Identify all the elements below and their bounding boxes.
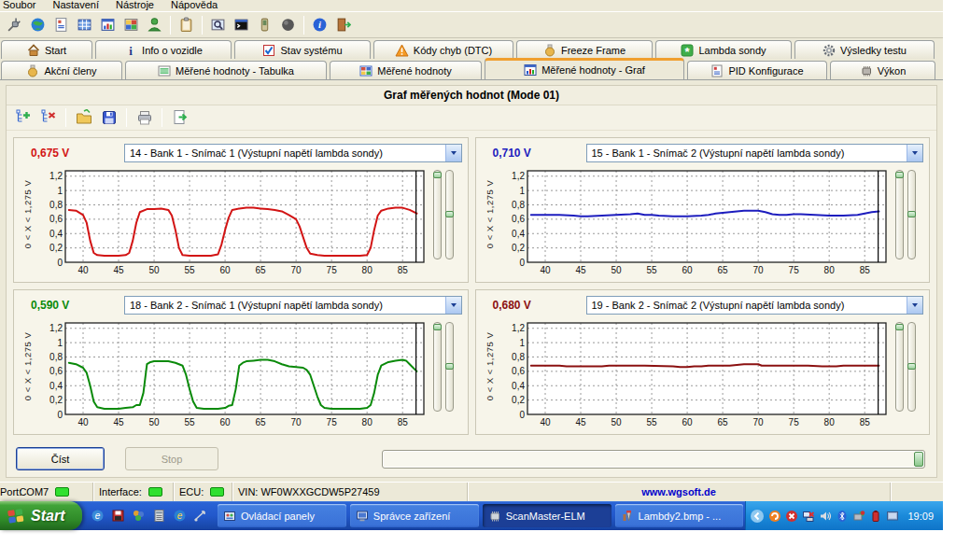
tab-info-o-vozidle[interactable]: iInfo o vozidle xyxy=(95,40,232,59)
slider-handle[interactable] xyxy=(907,363,916,370)
menu-soubor[interactable]: Soubor xyxy=(0,0,44,11)
driver-person-icon[interactable] xyxy=(143,14,166,36)
terminal-console-icon[interactable] xyxy=(230,14,253,36)
slider-handle[interactable] xyxy=(433,172,442,178)
menu-nastaveni[interactable]: Nastavení xyxy=(44,0,107,11)
ie-icon[interactable]: e xyxy=(173,509,187,523)
export-document-icon[interactable] xyxy=(168,107,191,129)
offset-slider[interactable] xyxy=(445,322,454,412)
tab-akcni-cleny[interactable]: Akční členy xyxy=(1,61,122,79)
lambda-plot[interactable]: 4045505560657075808500,20,40,60,811,2 xyxy=(496,166,892,276)
menu-nastroje[interactable]: Nástroje xyxy=(107,0,162,11)
info-about-icon[interactable]: i xyxy=(308,14,331,36)
task-ovladaci-panely[interactable]: Ovládací panely xyxy=(218,504,346,527)
values-grid-icon[interactable] xyxy=(73,14,96,36)
taskbar-clock[interactable]: 19:09 xyxy=(907,511,934,522)
safely-remove-icon[interactable] xyxy=(852,510,865,523)
chevron-down-icon[interactable] xyxy=(907,297,922,314)
pid-selector[interactable]: 18 - Bank 2 - Snímač 1 (Výstupní napětí … xyxy=(124,296,462,315)
timeline-handle[interactable] xyxy=(914,452,923,467)
handheld-device-icon[interactable] xyxy=(253,14,276,36)
start-button[interactable]: Start xyxy=(0,501,82,530)
screen-search-icon[interactable] xyxy=(206,14,230,36)
task-scanmaster-elm[interactable]: ScanMaster-ELM xyxy=(483,504,612,527)
chevron-down-icon[interactable] xyxy=(445,297,461,314)
display-icon[interactable] xyxy=(886,510,899,523)
tab-start[interactable]: Start xyxy=(1,40,92,59)
lambda-plot[interactable]: 4045505560657075808500,20,40,60,811,2 xyxy=(34,166,429,276)
tab-vysledky-testu[interactable]: Výsledky testu xyxy=(794,40,935,59)
ie-icon[interactable]: e xyxy=(91,509,105,523)
lambda-plot[interactable]: 4045505560657075808500,20,40,60,811,2 xyxy=(34,318,429,428)
slider-handle[interactable] xyxy=(895,324,904,330)
slider-handle[interactable] xyxy=(445,211,454,217)
task-spravce-zarizeni[interactable]: Správce zařízení xyxy=(350,504,479,527)
read-button[interactable]: Číst xyxy=(16,447,105,470)
offline-x-icon[interactable] xyxy=(785,510,798,523)
media-icon[interactable] xyxy=(132,509,146,523)
svg-text:55: 55 xyxy=(646,265,657,275)
scale-slider[interactable] xyxy=(433,322,442,412)
add-series-icon[interactable] xyxy=(11,107,35,129)
scale-slider[interactable] xyxy=(433,170,442,259)
remove-series-icon[interactable] xyxy=(36,107,60,129)
offset-slider[interactable] xyxy=(907,170,916,259)
chevron-down-icon[interactable] xyxy=(445,145,461,161)
tab-lambda-sondy[interactable]: *Lambda sondy xyxy=(655,40,792,59)
save-diskette-icon[interactable] xyxy=(97,107,120,129)
network-disconnected-icon[interactable] xyxy=(802,510,815,523)
lambda-plot[interactable]: 4045505560657075808500,20,40,60,811,2 xyxy=(496,318,892,428)
scale-slider[interactable] xyxy=(895,322,904,412)
tab-kody-chyb[interactable]: Kódy chyb (DTC) xyxy=(373,40,513,59)
timeline-slider[interactable] xyxy=(382,450,925,469)
tab-stav-systemu[interactable]: Stav systému xyxy=(234,40,371,59)
tab-merene-hodnoty-tabulka[interactable]: Měřené hodnoty - Tabulka xyxy=(125,61,327,79)
slider-handle[interactable] xyxy=(433,324,442,330)
slider-handle[interactable] xyxy=(895,172,904,178)
pid-selector[interactable]: 15 - Bank 1 - Snímač 2 (Výstupní napětí … xyxy=(586,144,924,162)
image-viewer-icon[interactable] xyxy=(120,14,143,36)
main-area: Graf měřených hodnot (Mode 01) 0,675 V 1… xyxy=(0,80,943,482)
task-lambdy2-bmp[interactable]: Lambdy2.bmp - ... xyxy=(615,504,744,527)
pid-selector[interactable]: 14 - Bank 1 - Snímač 1 (Výstupní napětí … xyxy=(124,144,462,162)
bluetooth-icon[interactable] xyxy=(836,510,849,523)
volume-icon[interactable] xyxy=(819,510,832,523)
web-globe-icon[interactable] xyxy=(26,14,49,36)
chevron-down-icon[interactable] xyxy=(907,145,922,161)
stop-button[interactable]: Stop xyxy=(125,447,218,470)
hide-icons-chevron[interactable] xyxy=(750,509,765,524)
svg-text:0,8: 0,8 xyxy=(49,352,63,362)
svg-text:0: 0 xyxy=(519,410,525,420)
battery-icon[interactable] xyxy=(869,510,882,523)
info-icon: i xyxy=(124,44,137,57)
values-chart-icon[interactable] xyxy=(96,14,120,36)
tab-merene-hodnoty[interactable]: Měřené hodnoty xyxy=(330,61,482,79)
open-folder-icon[interactable] xyxy=(72,107,95,129)
ball-icon[interactable] xyxy=(276,14,300,36)
tab-vykon[interactable]: Výkon xyxy=(830,61,935,79)
updater-icon[interactable] xyxy=(768,510,781,523)
menu-napoveda[interactable]: Nápověda xyxy=(162,0,226,11)
website-link[interactable]: www.wgsoft.de xyxy=(641,486,716,497)
offset-slider[interactable] xyxy=(445,170,454,259)
slider-handle[interactable] xyxy=(445,363,454,370)
scale-slider[interactable] xyxy=(895,170,904,259)
svg-text:85: 85 xyxy=(859,417,870,427)
offset-slider[interactable] xyxy=(907,322,916,412)
report-document-icon[interactable] xyxy=(49,14,73,36)
connect-plug-icon[interactable] xyxy=(3,14,26,36)
floppy-icon[interactable] xyxy=(111,509,125,523)
tab-freeze-frame[interactable]: Freeze Frame xyxy=(516,40,653,59)
clipboard-icon[interactable] xyxy=(175,14,198,36)
svg-text:80: 80 xyxy=(362,265,373,275)
usb-icon[interactable] xyxy=(193,509,207,523)
tab-pid-konfigurace[interactable]: PID Konfigurace xyxy=(687,61,827,79)
tab-merene-hodnoty-graf[interactable]: Měřené hodnoty - Graf xyxy=(485,58,684,79)
ecu-label: ECU: xyxy=(179,486,204,497)
printer-icon[interactable] xyxy=(133,107,156,129)
slider-handle[interactable] xyxy=(907,211,916,217)
exit-door-icon[interactable] xyxy=(331,14,355,36)
grid-icon xyxy=(359,64,373,77)
pid-selector[interactable]: 19 - Bank 2 - Snímač 2 (Výstupní napětí … xyxy=(586,296,924,315)
calculator-icon[interactable] xyxy=(152,509,166,523)
